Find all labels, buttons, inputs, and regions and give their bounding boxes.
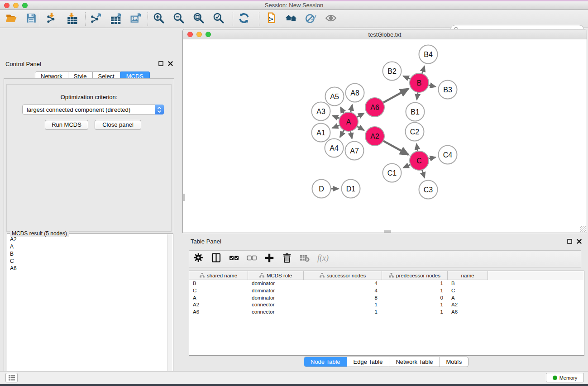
result-item[interactable]: A [8,243,167,250]
zoom-in-button[interactable] [152,12,166,26]
zoom-out-button[interactable] [172,12,186,26]
node-A7[interactable]: A7 [345,142,364,160]
cell-name[interactable]: B [448,280,488,287]
result-item[interactable]: C [8,257,167,265]
cell-MCDS-role[interactable]: dominator [248,280,304,287]
open-session-button[interactable] [5,12,18,26]
node-D1[interactable]: D1 [342,180,360,198]
zoom-fit-button[interactable] [192,12,206,26]
node-C4[interactable]: C4 [439,146,457,164]
tab-network-table[interactable]: Network Table [389,357,440,367]
network-window-titlebar[interactable]: testGlobe.txt [183,29,587,40]
node-A3[interactable]: A3 [312,102,330,121]
network-graph[interactable]: B4 B2 B3 B1 A5 A8 A3 A1 A4 A7 C2 C4 C1 [183,39,587,233]
node-B3[interactable]: B3 [439,81,457,99]
resize-grip[interactable] [580,226,586,232]
cell-name[interactable]: A2 [448,301,488,309]
node-A4[interactable]: A4 [325,139,344,157]
table-row[interactable]: A6connector11A6 [189,309,584,316]
network-canvas[interactable]: B4 B2 B3 B1 A5 A8 A3 A1 A4 A7 C2 C4 C1 [183,39,587,233]
edge-A6-B[interactable] [383,89,408,103]
node-A5[interactable]: A5 [325,87,344,106]
vertical-scroll-nub[interactable] [183,194,185,201]
node-C1[interactable]: C1 [383,164,402,182]
task-history-button[interactable] [5,373,18,382]
tab-motifs[interactable]: Motifs [440,357,468,367]
result-item[interactable]: A6 [8,265,167,272]
cell-predecessor-nodes[interactable]: 1 [382,287,448,295]
cell-successor-nodes[interactable]: 4 [304,287,382,295]
edge-A-A8[interactable] [350,105,352,113]
cell-MCDS-role[interactable]: dominator [248,287,304,295]
node-C[interactable]: C [410,151,429,170]
node-B1[interactable]: B1 [406,103,425,121]
edge-A-A6[interactable] [357,113,364,117]
node-D[interactable]: D [312,180,331,198]
column-header-name[interactable]: name [448,271,488,280]
result-item[interactable]: B [8,250,167,257]
cell-successor-nodes[interactable]: 1 [304,301,382,309]
cell-predecessor-nodes[interactable]: 1 [382,280,448,287]
close-panel-button[interactable]: Close panel [95,120,141,130]
cell-predecessor-nodes[interactable]: 1 [382,301,448,309]
dropdown-stepper-icon[interactable] [155,105,164,114]
cell-shared-name[interactable]: A [189,295,248,302]
cell-shared-name[interactable]: B [189,280,248,287]
import-network-button[interactable] [45,12,59,26]
cell-MCDS-role[interactable]: dominator [248,295,304,302]
edge-C-C3[interactable] [422,170,425,178]
table-row[interactable]: Cdominator41C [189,287,584,295]
node-A1[interactable]: A1 [312,124,330,142]
delete-columns-button[interactable] [281,253,293,265]
node-B4[interactable]: B4 [419,45,438,64]
cell-name[interactable]: A6 [448,309,488,316]
float-panel-icon[interactable] [158,61,163,66]
edge-C-C4[interactable] [428,157,435,159]
table-row[interactable]: Adominator80A [189,295,584,302]
edge-C-C2[interactable] [416,144,418,152]
import-table-button[interactable] [65,12,79,26]
table-row[interactable]: Bdominator41B [189,280,584,287]
edge-A-A1[interactable] [333,125,340,128]
edge-A-A2[interactable] [357,126,364,130]
tab-node-table[interactable]: Node Table [304,357,347,367]
memory-button[interactable]: Memory [546,373,584,382]
cell-shared-name[interactable]: C [189,287,248,295]
column-header-successor-nodes[interactable]: successor nodes [304,271,382,280]
table-row[interactable]: A2connector11A2 [189,301,584,309]
edge-A2-C[interactable] [383,141,408,155]
node-A[interactable]: A [339,112,358,131]
refresh-button[interactable] [237,12,251,26]
home-button[interactable] [284,12,298,26]
zoom-selected-button[interactable] [212,12,225,26]
node-B[interactable]: B [410,73,429,92]
float-table-panel-icon[interactable] [567,239,572,244]
column-header-shared-name[interactable]: shared name [189,271,248,280]
cell-successor-nodes[interactable]: 4 [304,280,382,287]
column-header-MCDS-role[interactable]: MCDS role [248,271,304,280]
settings-gear-button[interactable] [193,253,205,265]
export-table-button[interactable] [110,12,123,26]
cell-shared-name[interactable]: A2 [189,301,248,309]
cell-MCDS-role[interactable]: connector [248,309,304,316]
edge-A-A5[interactable] [340,107,344,114]
edge-A-A4[interactable] [340,130,344,137]
close-table-panel-icon[interactable] [577,239,582,244]
node-C2[interactable]: C2 [406,123,424,141]
result-scrollbar[interactable] [167,234,172,386]
add-column-button[interactable] [263,253,275,265]
cell-name[interactable]: A [448,295,488,302]
edge-B-B4[interactable] [422,66,424,74]
cell-predecessor-nodes[interactable]: 1 [382,309,448,316]
edge-C-C1[interactable] [403,164,411,167]
apply-style-button[interactable] [304,12,318,26]
new-network-from-file-button[interactable] [264,12,278,26]
show-columns-button[interactable] [210,253,222,265]
node-A8[interactable]: A8 [346,84,364,102]
save-session-button[interactable] [24,12,38,26]
deselect-all-checkboxes-button[interactable] [246,253,258,265]
close-panel-icon[interactable] [168,61,173,66]
node-C3[interactable]: C3 [419,181,438,199]
export-image-button[interactable] [129,12,143,26]
result-item[interactable]: A2 [8,236,167,243]
